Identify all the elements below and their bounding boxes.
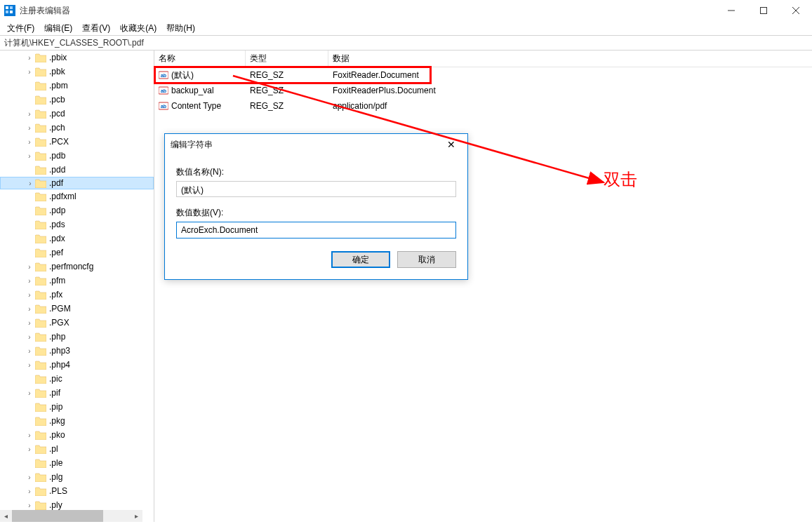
tree-item[interactable]: .pdx (0, 231, 154, 246)
tree-item[interactable]: ›.pch (0, 121, 154, 135)
minimize-button[interactable] (715, 0, 747, 21)
cell-name: ab(默认) (154, 68, 246, 83)
chevron-right-icon[interactable]: › (25, 488, 34, 495)
chevron-right-icon[interactable]: › (25, 305, 34, 313)
dialog-titlebar[interactable]: 编辑字符串 ✕ (165, 134, 467, 155)
tree-item[interactable]: ›.php4 (0, 358, 154, 372)
chevron-right-icon[interactable]: › (25, 263, 34, 271)
tree-item-label: .pef (49, 248, 63, 257)
chevron-right-icon[interactable]: › (26, 180, 34, 187)
tree-item[interactable]: ›.pif (0, 386, 154, 400)
svg-text:ab: ab (161, 104, 166, 109)
cell-name: abbackup_val (154, 84, 246, 97)
list-row[interactable]: ab(默认)REG_SZFoxitReader.Document (154, 67, 812, 83)
chevron-right-icon[interactable]: › (25, 110, 34, 118)
tree-item[interactable]: ›.PGM (0, 302, 154, 316)
scroll-thumb[interactable] (12, 510, 103, 522)
ok-button[interactable]: 确定 (331, 251, 390, 268)
dialog-title-text: 编辑字符串 (171, 139, 213, 151)
chevron-right-icon[interactable]: › (25, 502, 34, 509)
col-data[interactable]: 数据 (328, 51, 812, 67)
addressbar[interactable]: 计算机\HKEY_CLASSES_ROOT\.pdf (0, 35, 812, 51)
cell-data: FoxitReader.Document (328, 69, 812, 81)
tree-item[interactable]: ›.plg (0, 470, 154, 484)
scroll-left-icon[interactable]: ◂ (0, 510, 12, 522)
chevron-right-icon[interactable]: › (25, 445, 34, 453)
cell-data: application/pdf (328, 100, 812, 112)
close-button[interactable] (780, 0, 812, 21)
menu-favorites[interactable]: 收藏夹(A) (116, 21, 161, 36)
chevron-right-icon[interactable]: › (25, 291, 34, 299)
menu-file[interactable]: 文件(F) (3, 21, 39, 36)
list-row[interactable]: abContent TypeREG_SZapplication/pdf (154, 98, 812, 114)
tree-item[interactable]: .pic (0, 372, 154, 386)
tree-item[interactable]: ›.php (0, 330, 154, 344)
scroll-right-icon[interactable]: ▸ (131, 510, 142, 522)
cell-type: REG_SZ (246, 100, 328, 112)
tree-item[interactable]: ›.pfm (0, 274, 154, 288)
col-type[interactable]: 类型 (246, 51, 328, 67)
tree-item[interactable]: .pdfxml (0, 189, 154, 203)
tree-item[interactable]: ›.pfx (0, 288, 154, 302)
tree-item[interactable]: ›.pbix (0, 51, 154, 65)
tree-item[interactable]: ›.pcd (0, 107, 154, 121)
tree-item-label: .pfx (49, 290, 62, 300)
tree-item[interactable]: ›.pbk (0, 65, 154, 79)
tree-item[interactable]: .pds (0, 217, 154, 231)
menu-help[interactable]: 帮助(H) (162, 21, 199, 36)
cancel-button[interactable]: 取消 (397, 251, 456, 268)
col-name[interactable]: 名称 (154, 51, 246, 67)
tree-item[interactable]: .pbm (0, 79, 154, 93)
list-row[interactable]: abbackup_valREG_SZFoxitReaderPlus.Docume… (154, 83, 812, 98)
chevron-right-icon[interactable]: › (25, 277, 34, 285)
value-data-input[interactable] (176, 222, 456, 239)
tree-item[interactable]: ›.pl (0, 442, 154, 456)
tree-item-label: .pkg (49, 416, 65, 426)
tree-item-label: .PLS (49, 486, 67, 496)
tree-item-label: .plg (49, 472, 62, 482)
chevron-right-icon[interactable]: › (25, 68, 34, 76)
chevron-right-icon[interactable]: › (25, 389, 34, 397)
chevron-right-icon[interactable]: › (25, 347, 34, 355)
tree-item[interactable]: ›.PLS (0, 484, 154, 498)
chevron-right-icon[interactable]: › (25, 138, 34, 146)
tree-item[interactable]: .pip (0, 400, 154, 414)
tree-item[interactable]: .pdp (0, 203, 154, 217)
titlebar: 注册表编辑器 (0, 0, 812, 21)
chevron-right-icon[interactable]: › (25, 124, 34, 132)
svg-rect-1 (6, 6, 8, 9)
tree-hscrollbar[interactable]: ◂ ▸ (0, 510, 142, 522)
list-header: 名称 类型 数据 (154, 51, 812, 67)
tree-item[interactable]: .pkg (0, 414, 154, 428)
tree-item[interactable]: ›.pko (0, 428, 154, 442)
tree-item[interactable]: .pef (0, 246, 154, 260)
svg-text:ab: ab (161, 73, 166, 78)
tree-item[interactable]: ›.perfmoncfg (0, 260, 154, 274)
chevron-right-icon[interactable]: › (25, 431, 34, 439)
chevron-right-icon[interactable]: › (25, 473, 34, 481)
tree-item[interactable]: ›.PGX (0, 316, 154, 330)
tree-item-label: .pch (49, 123, 65, 133)
tree-item-label: .pic (49, 374, 62, 384)
chevron-right-icon[interactable]: › (25, 152, 34, 160)
chevron-right-icon[interactable]: › (25, 333, 34, 341)
tree-item[interactable]: .ple (0, 456, 154, 470)
tree-item[interactable]: ›.pdb (0, 149, 154, 163)
chevron-right-icon[interactable]: › (25, 319, 34, 327)
tree-item[interactable]: .pdd (0, 163, 154, 177)
tree-item[interactable]: ›.pdf (0, 177, 154, 189)
menu-edit[interactable]: 编辑(E) (40, 21, 76, 36)
tree-item-label: .pdf (49, 178, 63, 188)
maximize-button[interactable] (747, 0, 780, 21)
menu-view[interactable]: 查看(V) (78, 21, 114, 36)
list-panel: 名称 类型 数据 ab(默认)REG_SZFoxitReader.Documen… (154, 51, 812, 522)
tree-item-label: .pbk (49, 67, 65, 76)
tree-item[interactable]: .pcb (0, 93, 154, 107)
tree-item-label: .ple (49, 458, 62, 468)
tree-item-label: .pdx (49, 234, 65, 243)
tree-item[interactable]: ›.PCX (0, 135, 154, 149)
tree-item[interactable]: ›.php3 (0, 344, 154, 358)
chevron-right-icon[interactable]: › (25, 361, 34, 369)
dialog-close-button[interactable]: ✕ (441, 134, 462, 155)
chevron-right-icon[interactable]: › (25, 54, 34, 62)
